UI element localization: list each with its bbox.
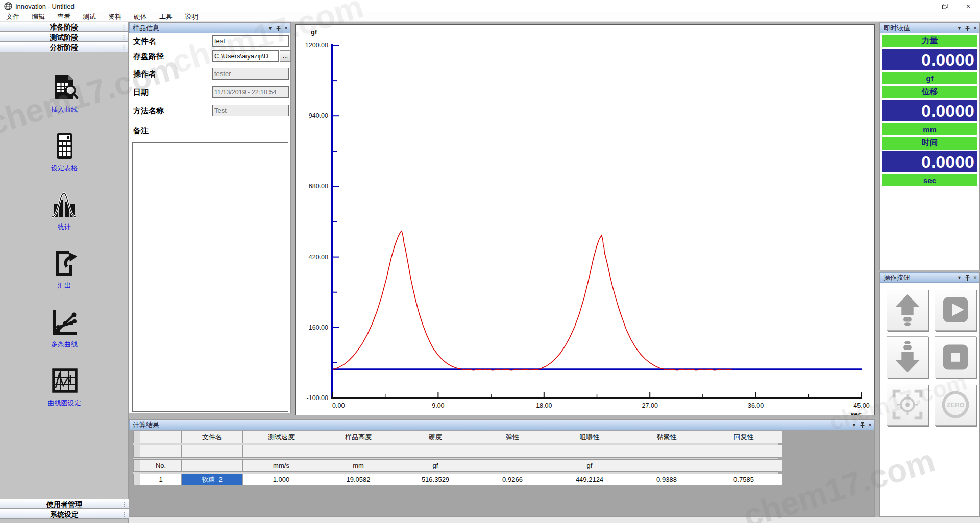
data-cell-5[interactable]: 449.2124 bbox=[551, 474, 628, 485]
sidebar-tool-2[interactable]: 统计 bbox=[50, 190, 79, 232]
sidebar-tab-top-1[interactable]: 测试阶段⋮ bbox=[0, 32, 128, 42]
empty-cell bbox=[182, 445, 242, 457]
reading-unit: mm bbox=[882, 123, 977, 135]
sidebar-tool-3[interactable]: 汇出 bbox=[50, 249, 79, 290]
stop-button[interactable] bbox=[935, 336, 976, 378]
filename-input[interactable] bbox=[212, 35, 289, 47]
chart-settings-icon bbox=[50, 366, 79, 397]
operator-label: 操作者 bbox=[133, 69, 156, 79]
data-cell-3[interactable]: 516.3529 bbox=[397, 474, 474, 485]
menu-item-4[interactable]: 资料 bbox=[102, 12, 128, 21]
sidebar-tool-4[interactable]: 多条曲线 bbox=[50, 308, 79, 349]
data-cell-1[interactable]: 1.000 bbox=[243, 474, 320, 485]
sidebar-tool-0[interactable]: 插入曲线 bbox=[50, 73, 79, 114]
no-header: No. bbox=[140, 460, 181, 471]
sidebar-tab-bottom-1[interactable]: 系统设定⋮ bbox=[0, 509, 129, 519]
sidebar-tab-top-0[interactable]: 准备阶段⋮ bbox=[0, 22, 128, 32]
svg-text:9.00: 9.00 bbox=[432, 402, 444, 409]
jog-up-button[interactable] bbox=[887, 289, 928, 331]
filename-label: 文件名 bbox=[133, 37, 156, 46]
pin-icon[interactable] bbox=[965, 275, 970, 281]
empty-cell bbox=[243, 445, 320, 457]
zero-button[interactable]: ZERO bbox=[935, 384, 976, 426]
restore-button[interactable] bbox=[933, 0, 957, 12]
menu-item-3[interactable]: 测试 bbox=[77, 12, 102, 21]
set-table-icon bbox=[50, 132, 79, 162]
save-path-input[interactable] bbox=[212, 50, 279, 62]
column-header-4: 弹性 bbox=[474, 431, 551, 443]
sidebar-top-tabs: 准备阶段⋮测试阶段⋮分析阶段⋮ bbox=[0, 22, 128, 52]
results-empty-row bbox=[133, 445, 778, 458]
menu-item-6[interactable]: 工具 bbox=[153, 12, 179, 21]
method-name-input bbox=[212, 105, 289, 116]
data-cell-7[interactable]: 0.7585 bbox=[705, 474, 782, 485]
row-number[interactable]: 1 bbox=[140, 474, 181, 485]
results-header-row: 文件名测试速度样品高度硬度弹性咀嚼性黏聚性回复性 bbox=[133, 431, 778, 443]
sidebar-tool-label: 统计 bbox=[58, 222, 71, 232]
chevron-down-icon[interactable]: ▼ bbox=[957, 26, 962, 31]
data-cell-2[interactable]: 19.0582 bbox=[320, 474, 397, 485]
menu-item-5[interactable]: 硬体 bbox=[128, 12, 153, 21]
close-icon[interactable]: × bbox=[973, 275, 977, 281]
sidebar-tool-label: 汇出 bbox=[58, 281, 71, 290]
sidebar-tool-5[interactable]: 曲线图设定 bbox=[48, 366, 81, 408]
data-cell-0[interactable]: 软糖_2 bbox=[182, 474, 242, 485]
reading-value: 0.0000 bbox=[882, 49, 977, 70]
op-buttons-grid: ZERO bbox=[887, 289, 976, 426]
notes-label: 备注 bbox=[133, 126, 149, 136]
chevron-down-icon[interactable]: ▼ bbox=[852, 423, 856, 428]
pin-icon[interactable] bbox=[965, 26, 970, 31]
play-icon bbox=[935, 289, 976, 331]
column-header-5: 咀嚼性 bbox=[551, 431, 628, 443]
unit-cell-2: mm bbox=[320, 460, 397, 471]
insert-curve-icon bbox=[50, 73, 79, 104]
reading-block-1: 位移0.0000mm bbox=[882, 86, 977, 135]
menu-item-1[interactable]: 编辑 bbox=[26, 12, 51, 21]
readings-title: 即时读值 bbox=[884, 23, 910, 33]
readings-blocks: 力量0.0000gf位移0.0000mm时间0.0000sec bbox=[880, 35, 979, 186]
statistics-icon bbox=[50, 190, 79, 221]
sample-info-title: 样品信息 bbox=[133, 23, 159, 33]
sidebar-tab-bottom-0[interactable]: 使用者管理⋮ bbox=[0, 499, 129, 509]
readings-panel: 即时读值 ▼ × 力量0.0000gf位移0.0000mm时间0.0000sec bbox=[879, 22, 980, 270]
browse-button[interactable]: ... bbox=[280, 50, 291, 62]
empty-cell bbox=[140, 445, 181, 457]
sidebar-tool-label: 曲线图设定 bbox=[48, 399, 81, 408]
reading-block-2: 时间0.0000sec bbox=[882, 137, 977, 186]
pin-icon[interactable] bbox=[276, 26, 281, 31]
unit-cell-4 bbox=[474, 460, 551, 471]
svg-text:420.00: 420.00 bbox=[309, 254, 328, 261]
close-icon[interactable]: × bbox=[973, 25, 977, 31]
svg-text:gf: gf bbox=[311, 28, 317, 36]
menu-item-7[interactable]: 说明 bbox=[179, 12, 204, 21]
menu-item-0[interactable]: 文件 bbox=[0, 12, 26, 21]
jog-down-button[interactable] bbox=[887, 336, 928, 378]
empty-cell bbox=[551, 445, 628, 457]
results-panel: 计算结果 ▼ × 文件名测试速度样品高度硬度弹性咀嚼性黏聚性回复性No.mm/s… bbox=[129, 419, 875, 517]
sidebar-tab-top-2[interactable]: 分析阶段⋮ bbox=[0, 42, 128, 52]
target-button[interactable] bbox=[887, 384, 928, 426]
empty-cell bbox=[320, 445, 397, 457]
chevron-down-icon[interactable]: ▼ bbox=[957, 276, 962, 280]
row-grip[interactable] bbox=[134, 474, 140, 485]
chevron-down-icon[interactable]: ▼ bbox=[268, 26, 273, 31]
minimize-button[interactable]: – bbox=[910, 0, 933, 12]
reading-unit: sec bbox=[882, 174, 977, 186]
sidebar-tool-1[interactable]: 设定表格 bbox=[50, 132, 79, 173]
readings-titlebar: 即时读值 ▼ × bbox=[880, 23, 979, 33]
data-cell-4[interactable]: 0.9266 bbox=[474, 474, 551, 485]
menu-item-2[interactable]: 查看 bbox=[51, 12, 77, 21]
empty-cell bbox=[628, 445, 705, 457]
restore-icon bbox=[942, 4, 948, 9]
unit-cell-5: gf bbox=[551, 460, 628, 471]
close-icon[interactable]: × bbox=[868, 422, 872, 428]
run-button[interactable] bbox=[935, 289, 976, 331]
close-icon[interactable]: × bbox=[284, 25, 288, 31]
tab-grip-icon: ⋮ bbox=[121, 43, 127, 53]
close-button[interactable]: × bbox=[957, 0, 980, 12]
pin-icon[interactable] bbox=[860, 422, 865, 428]
notes-textarea[interactable] bbox=[132, 142, 288, 412]
data-cell-6[interactable]: 0.9388 bbox=[628, 474, 705, 485]
svg-text:ZERO: ZERO bbox=[946, 402, 964, 409]
empty-cell bbox=[705, 445, 782, 457]
